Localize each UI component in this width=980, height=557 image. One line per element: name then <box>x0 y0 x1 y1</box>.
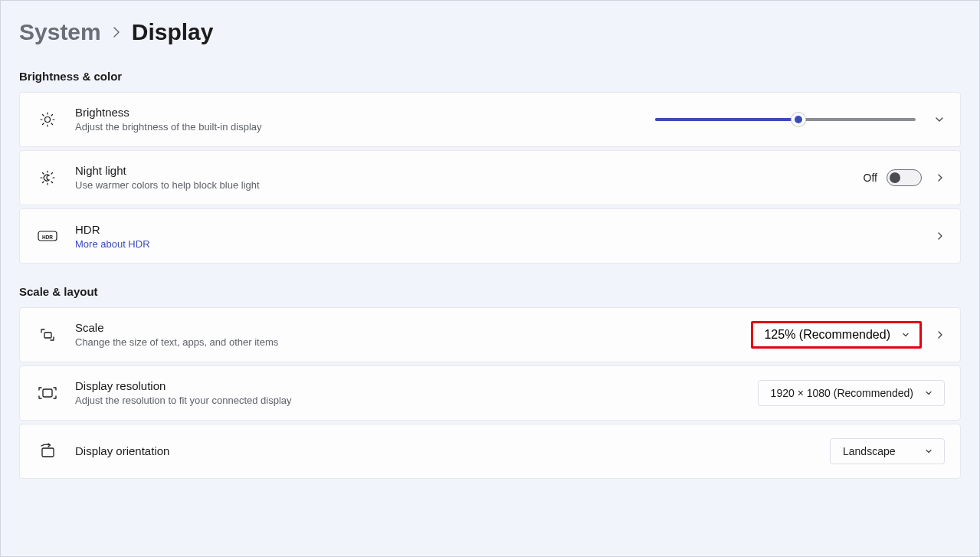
svg-line-7 <box>43 123 44 125</box>
scale-dropdown-highlight: 125% (Recommended) <box>751 321 922 349</box>
scale-icon <box>37 326 58 344</box>
night-light-icon <box>37 169 58 187</box>
section-heading-scale-layout: Scale & layout <box>19 285 961 298</box>
night-light-desc: Use warmer colors to help block blue lig… <box>75 179 260 192</box>
svg-line-6 <box>51 123 53 125</box>
brightness-row[interactable]: Brightness Adjust the brightness of the … <box>19 92 961 147</box>
svg-line-14 <box>51 182 53 183</box>
svg-rect-19 <box>44 333 51 338</box>
section-heading-brightness-color: Brightness & color <box>19 70 961 83</box>
scale-dropdown[interactable]: 125% (Recommended) <box>764 328 910 342</box>
scale-value: 125% (Recommended) <box>764 328 890 342</box>
scale-title: Scale <box>75 320 278 336</box>
svg-line-5 <box>43 115 44 116</box>
svg-line-8 <box>51 115 53 116</box>
resolution-desc: Adjust the resolution to fit your connec… <box>75 394 292 408</box>
chevron-down-icon[interactable] <box>934 114 945 125</box>
night-light-state: Off <box>864 172 877 184</box>
chevron-right-icon[interactable] <box>936 329 945 340</box>
orientation-row[interactable]: Display orientation Landscape <box>19 424 961 479</box>
hdr-more-link[interactable]: More about HDR <box>75 238 150 250</box>
resolution-value: 1920 × 1080 (Recommended) <box>771 387 913 399</box>
brightness-desc: Adjust the brightness of the built-in di… <box>75 120 262 134</box>
svg-line-16 <box>51 173 53 175</box>
svg-line-15 <box>43 182 44 183</box>
resolution-dropdown[interactable]: 1920 × 1080 (Recommended) <box>758 380 945 406</box>
chevron-right-icon[interactable] <box>936 231 945 241</box>
orientation-title: Display orientation <box>75 444 169 459</box>
orientation-value: Landscape <box>843 445 896 457</box>
night-light-title: Night light <box>75 163 260 179</box>
scale-row[interactable]: Scale Change the size of text, apps, and… <box>19 307 961 362</box>
svg-point-0 <box>45 117 51 123</box>
hdr-title: HDR <box>75 222 150 238</box>
scale-desc: Change the size of text, apps, and other… <box>75 336 278 349</box>
night-light-row[interactable]: Night light Use warmer colors to help bl… <box>19 150 961 205</box>
chevron-right-icon[interactable] <box>936 172 945 183</box>
svg-rect-20 <box>43 389 52 397</box>
night-light-toggle[interactable] <box>887 169 922 186</box>
svg-text:HDR: HDR <box>42 234 53 240</box>
breadcrumb-current: Display <box>132 19 214 45</box>
svg-line-13 <box>43 173 44 175</box>
brightness-icon <box>37 110 58 129</box>
resolution-icon <box>37 385 58 401</box>
brightness-title: Brightness <box>75 105 262 120</box>
hdr-icon: HDR <box>37 229 58 243</box>
svg-rect-21 <box>42 448 54 457</box>
breadcrumb: System Display <box>19 19 961 45</box>
chevron-right-icon <box>112 25 121 39</box>
brightness-slider[interactable] <box>655 110 916 129</box>
hdr-row[interactable]: HDR HDR More about HDR <box>19 208 961 264</box>
orientation-dropdown[interactable]: Landscape <box>830 438 945 464</box>
resolution-row[interactable]: Display resolution Adjust the resolution… <box>19 365 961 421</box>
breadcrumb-parent[interactable]: System <box>19 19 101 45</box>
resolution-title: Display resolution <box>75 378 292 394</box>
orientation-icon <box>37 443 58 460</box>
